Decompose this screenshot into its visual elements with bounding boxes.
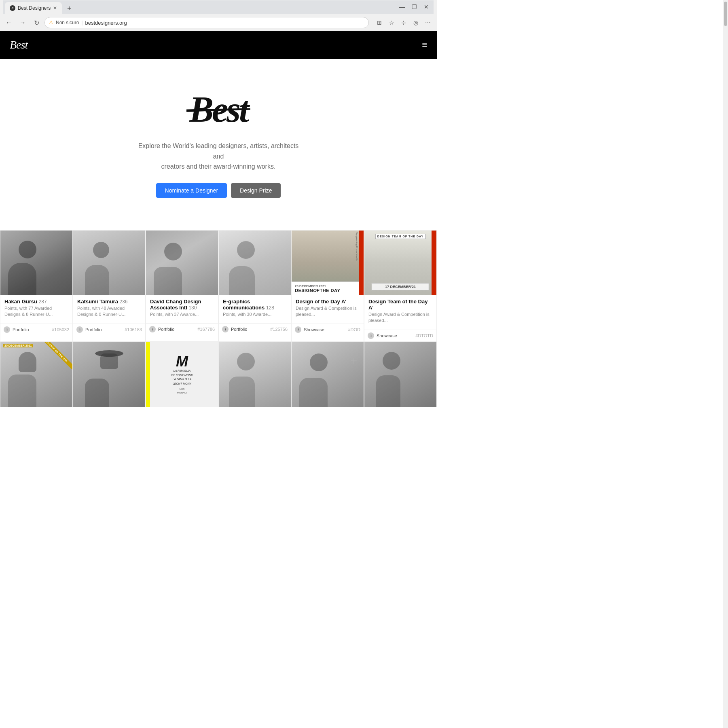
card-dtotd: DESIGN TEAM OF THE DAY 17 DECEMBER'21 De… <box>364 230 437 342</box>
url-separator: | <box>81 20 83 25</box>
cards-row-2: DESIGNER OF THE DAY 25 DECEMBER 2021 M L… <box>0 342 437 407</box>
portfolio-link[interactable]: Portfolio <box>85 327 102 332</box>
hero-section: Best Explore the World's leading designe… <box>0 59 437 222</box>
minimize-button[interactable]: — <box>396 1 408 13</box>
url-bar[interactable]: ⚠ Non sicuro | bestdesigners.org <box>44 17 369 28</box>
card-egraphics: E-graphics communications 128 Points, wi… <box>218 230 291 342</box>
card-image-dtotd: DESIGN TEAM OF THE DAY 17 DECEMBER'21 <box>364 231 436 295</box>
browser-titlebar: B Best Designers ✕ + — ❐ ✕ <box>0 0 437 15</box>
address-bar: ← → ↻ ⚠ Non sicuro | bestdesigners.org ⊞… <box>0 15 437 31</box>
refresh-button[interactable]: ↻ <box>31 17 42 28</box>
designer-id: #106183 <box>125 327 142 332</box>
designer-name: David Chang Design Associates Intl 130 <box>150 298 214 311</box>
card-footer-david: ℹ Portfolio #167786 <box>146 323 218 335</box>
designer-id: #125756 <box>270 327 288 332</box>
card-body-hakan: Hakan Gürsu 287 Points, with 77 Awarded … <box>0 295 72 324</box>
card-image-katsumi <box>73 231 145 295</box>
new-tab-button[interactable]: + <box>63 3 75 14</box>
copilot-button[interactable]: ◎ <box>410 17 421 28</box>
designer-id: #105032 <box>52 327 69 332</box>
card-david: David Chang Design Associates Intl 130 P… <box>146 230 218 342</box>
nominate-designer-button[interactable]: Nominate a Designer <box>156 183 227 198</box>
card-footer-katsumi: ℹ Portfolio #106183 <box>73 324 145 335</box>
card-footer-dtotd: ℹ Showcase #DTOTD <box>364 330 436 341</box>
site-logo[interactable]: Best <box>10 38 28 51</box>
showcase-link[interactable]: Showcase <box>377 333 397 338</box>
security-warning-icon: ⚠ <box>49 20 53 25</box>
card-image-person6 <box>73 342 145 407</box>
card-body-katsumi: Katsumi Tamura 236 Points, with 48 Award… <box>73 295 145 324</box>
hero-buttons: Nominate a Designer Design Prize <box>156 183 281 198</box>
card-person6 <box>73 342 146 407</box>
card-footer-dod: ℹ Showcase #DOD <box>292 324 364 335</box>
showcase-desc: Design Award & Competition is pleased... <box>368 311 432 324</box>
showcase-desc: Design Award & Competition is pleased... <box>296 305 360 318</box>
card-hakan: Hakan Gürsu 287 Points, with 77 Awarded … <box>0 230 73 342</box>
cards-row-1: Hakan Gürsu 287 Points, with 77 Awarded … <box>0 230 437 342</box>
card-body-dod: Design of the Day A' Design Award & Comp… <box>292 295 364 324</box>
designers-grid: Hakan Gürsu 287 Points, with 77 Awarded … <box>0 222 437 415</box>
card-body-egraphics: E-graphics communications 128 Points, wi… <box>219 295 291 323</box>
hero-subtitle: Explore the World's leading designers, a… <box>138 141 299 172</box>
showcase-id: #DOD <box>348 327 360 332</box>
card-image-egraphics <box>219 231 291 295</box>
card-person10 <box>364 342 437 407</box>
portfolio-link[interactable]: Portfolio <box>231 327 247 332</box>
back-button[interactable]: ← <box>3 17 15 28</box>
close-window-button[interactable]: ✕ <box>421 1 432 13</box>
card-designer-of-day: DESIGNER OF THE DAY 25 DECEMBER 2021 <box>0 342 73 407</box>
browser-tab-active[interactable]: B Best Designers ✕ <box>5 2 62 14</box>
info-icon: ℹ <box>76 326 83 333</box>
info-icon: ℹ <box>222 326 229 332</box>
designer-id: #167786 <box>197 327 215 332</box>
card-image-hakan <box>0 231 72 295</box>
card-image-person10 <box>364 342 436 407</box>
info-icon: ℹ <box>368 332 374 339</box>
info-icon: ℹ <box>295 326 301 333</box>
designer-points: Points, with 48 Awarded Designs & 0 Runn… <box>77 305 141 318</box>
designer-name: Katsumi Tamura 236 <box>77 298 141 305</box>
card-dod: 23 DECEMBER 2021 DESIGNOFTHE DAY Topgree… <box>291 230 364 342</box>
browser-toolbar: ⊞ ☆ ⊹ ◎ ⋯ <box>374 17 434 28</box>
showcase-id: #DTOTD <box>415 333 433 338</box>
showcase-link[interactable]: Showcase <box>304 327 324 332</box>
card-image-book: M LA FAMIGLIADE FONT MONKLA FAMILIA LALE… <box>146 342 218 407</box>
card-image-person8 <box>219 342 291 407</box>
favorites-button[interactable]: ☆ <box>386 17 397 28</box>
hamburger-menu-button[interactable]: ≡ <box>422 40 427 50</box>
site-header: Best ≡ <box>0 31 437 59</box>
restore-button[interactable]: ❐ <box>408 1 420 13</box>
design-prize-button[interactable]: Design Prize <box>231 183 281 198</box>
card-body-dtotd: Design Team of the Day A' Design Award &… <box>364 295 436 330</box>
url-text: bestdesigners.org <box>85 20 127 26</box>
card-footer-hakan: ℹ Portfolio #105032 <box>0 324 72 335</box>
card-footer-egraphics: ℹ Portfolio #125756 <box>219 323 291 335</box>
tab-favicon: B <box>10 5 15 11</box>
card-image-person9: + <box>292 342 364 407</box>
extensions-button[interactable]: ⊞ <box>374 17 385 28</box>
designer-name: E-graphics communications 128 <box>223 298 287 311</box>
card-person9: + <box>291 342 364 407</box>
info-icon: ℹ <box>149 326 156 332</box>
designer-points: Points, with 30 Awarde... <box>223 311 287 317</box>
designer-points: Points, with 77 Awarded Designs & 8 Runn… <box>4 305 68 318</box>
card-book: M LA FAMIGLIADE FONT MONKLA FAMILIA LALE… <box>146 342 218 407</box>
card-image-designer-of-day: DESIGNER OF THE DAY 25 DECEMBER 2021 <box>0 342 72 407</box>
browser-window: B Best Designers ✕ + — ❐ ✕ ← → ↻ ⚠ Non s… <box>0 0 437 31</box>
card-katsumi: Katsumi Tamura 236 Points, with 48 Award… <box>73 230 146 342</box>
collections-button[interactable]: ⊹ <box>398 17 409 28</box>
more-button[interactable]: ⋯ <box>422 17 434 28</box>
card-image-dod: 23 DECEMBER 2021 DESIGNOFTHE DAY Topgree… <box>292 231 364 295</box>
card-body-david: David Chang Design Associates Intl 130 P… <box>146 295 218 323</box>
portfolio-link[interactable]: Portfolio <box>158 327 174 332</box>
card-person8 <box>218 342 291 407</box>
tab-title: Best Designers <box>18 5 51 11</box>
portfolio-link[interactable]: Portfolio <box>13 327 29 332</box>
tab-close-button[interactable]: ✕ <box>53 5 57 11</box>
hero-logo: Best <box>189 91 248 128</box>
forward-button[interactable]: → <box>17 17 28 28</box>
showcase-name: Design of the Day A' <box>296 298 360 305</box>
showcase-name: Design Team of the Day A' <box>368 298 432 311</box>
designer-name: Hakan Gürsu 287 <box>4 298 68 305</box>
designer-points: Points, with 37 Awarde... <box>150 311 214 317</box>
